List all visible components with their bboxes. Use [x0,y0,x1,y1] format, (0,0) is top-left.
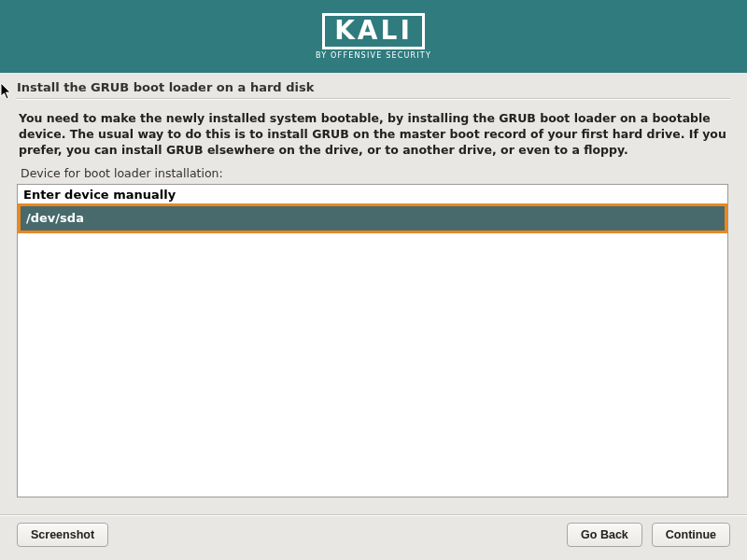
logo-text: KALI [322,13,425,49]
main-content: You need to make the newly installed sys… [0,100,747,497]
go-back-button[interactable]: Go Back [567,523,642,547]
device-listbox[interactable]: Enter device manually /dev/sda [17,184,728,497]
page-title: Install the GRUB boot loader on a hard d… [0,73,747,98]
instruction-text: You need to make the newly installed sys… [17,107,730,166]
continue-button[interactable]: Continue [652,523,730,547]
logo-subtitle: BY OFFENSIVE SECURITY [316,51,431,60]
list-item-dev-sda-label: /dev/sda [21,206,725,231]
screenshot-button[interactable]: Screenshot [17,523,108,547]
list-item-dev-sda[interactable]: /dev/sda [18,203,727,233]
header-banner: KALI BY OFFENSIVE SECURITY [0,0,747,73]
list-item-enter-manually[interactable]: Enter device manually [18,185,727,203]
kali-logo: KALI BY OFFENSIVE SECURITY [316,13,431,60]
footer-bar: Screenshot Go Back Continue [0,514,747,560]
field-label: Device for boot loader installation: [17,166,730,184]
